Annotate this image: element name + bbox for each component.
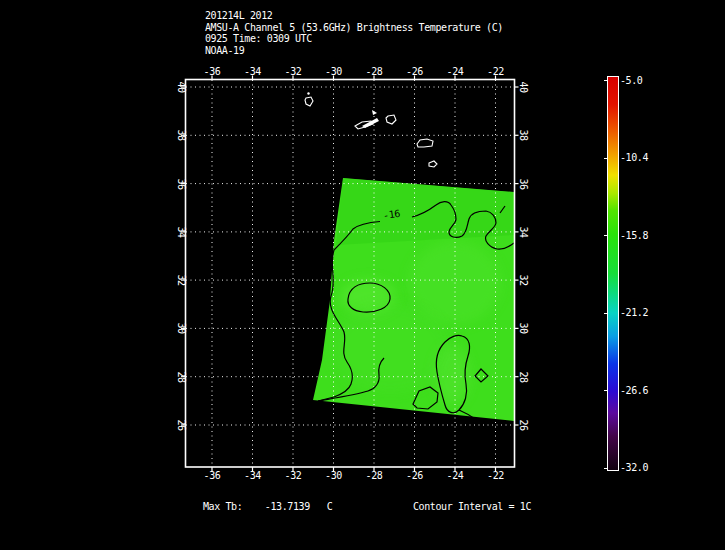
x-tick-bottom: -22: [484, 470, 508, 482]
y-tick-right: 40: [517, 76, 529, 98]
colorbar-tick: [604, 158, 607, 159]
y-tick-right: 30: [517, 317, 529, 339]
colorbar-label: -5.0: [620, 75, 660, 87]
y-tick-left: 30: [175, 317, 187, 339]
island-sao-miguel: [417, 139, 433, 147]
amsu-plot-screen: 201214L 2012 AMSU-A Channel 5 (53.6GHz) …: [0, 0, 725, 550]
colorbar-tick: [604, 390, 607, 391]
max-tb-annotation: Max Tb: -13.7139 C: [203, 501, 332, 513]
colorbar-label: -15.8: [620, 230, 660, 242]
x-tick-top: -30: [322, 66, 346, 78]
y-tick-right: 32: [517, 269, 529, 291]
colorbar-label: -10.4: [620, 152, 660, 164]
y-tick-left: 28: [175, 366, 187, 388]
colorbar-label: -21.2: [620, 307, 660, 319]
x-tick-bottom: -36: [200, 470, 224, 482]
satellite-swath: [313, 178, 514, 421]
contour-value-label: -16: [382, 208, 400, 221]
x-tick-top: -32: [281, 66, 305, 78]
colorbar-label: -32.0: [620, 462, 660, 474]
x-tick-bottom: -30: [322, 470, 346, 482]
island-flores: [305, 97, 313, 106]
x-tick-top: -34: [241, 66, 265, 78]
y-tick-right: 38: [517, 124, 529, 146]
x-tick-bottom: -24: [443, 470, 467, 482]
y-tick-right: 36: [517, 173, 529, 195]
x-tick-top: -24: [443, 66, 467, 78]
island-corvo: [307, 92, 309, 94]
y-tick-left: 38: [175, 124, 187, 146]
island-sao-jorge: [362, 118, 379, 128]
y-tick-left: 32: [175, 269, 187, 291]
y-tick-right: 28: [517, 366, 529, 388]
x-tick-bottom: -32: [281, 470, 305, 482]
colorbar-tick: [604, 80, 607, 81]
colorbar-tick: [604, 468, 607, 469]
azores-islands: [305, 92, 437, 167]
x-tick-top: -36: [200, 66, 224, 78]
x-tick-bottom: -28: [362, 470, 386, 482]
x-tick-top: -28: [362, 66, 386, 78]
x-tick-top: -22: [484, 66, 508, 78]
island-santa-maria: [429, 161, 437, 167]
colorbar-tick: [604, 235, 607, 236]
colorbar-tick: [604, 313, 607, 314]
y-tick-left: 40: [175, 76, 187, 98]
y-tick-left: 34: [175, 221, 187, 243]
y-tick-right: 34: [517, 221, 529, 243]
y-tick-left: 36: [175, 173, 187, 195]
y-tick-left: 26: [175, 414, 187, 436]
colorbar-label: -26.6: [620, 385, 660, 397]
x-tick-bottom: -26: [403, 470, 427, 482]
island-dot: [372, 110, 377, 115]
contour-interval-annotation: Contour Interval = 1C: [413, 501, 531, 513]
x-tick-top: -26: [403, 66, 427, 78]
x-tick-bottom: -34: [241, 470, 265, 482]
island-graciosa: [386, 115, 396, 124]
colorbar-gradient: [607, 76, 619, 471]
y-tick-right: 26: [517, 414, 529, 436]
